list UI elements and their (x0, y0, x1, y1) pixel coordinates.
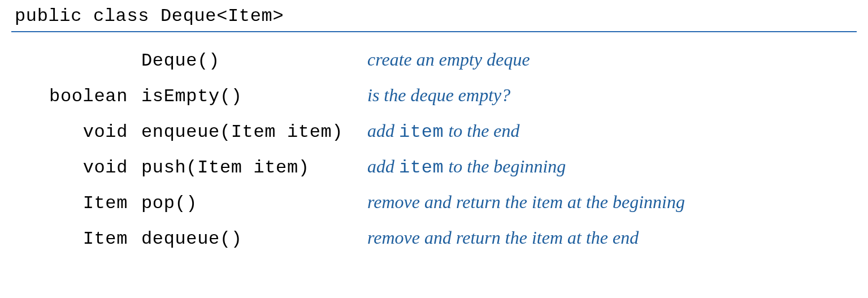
api-table-body: Deque()create an empty dequebooleanisEmp… (11, 42, 685, 256)
desc-code: item (399, 122, 444, 142)
api-row: Deque()create an empty deque (11, 42, 685, 78)
return-type (11, 42, 141, 78)
method-signature: Deque() (141, 42, 367, 78)
return-type: void (11, 114, 141, 149)
desc-text: add (367, 156, 399, 176)
desc-text: remove and return the item at the beginn… (367, 192, 685, 212)
return-type: boolean (11, 78, 141, 114)
method-description: remove and return the item at the end (367, 221, 685, 256)
api-row: Itemdequeue()remove and return the item … (11, 221, 685, 256)
api-row: voidenqueue(Item item)add item to the en… (11, 114, 685, 149)
api-table: Deque()create an empty dequebooleanisEmp… (11, 42, 685, 256)
api-row: voidpush(Item item)add item to the begin… (11, 149, 685, 185)
return-type: Item (11, 185, 141, 221)
method-signature: dequeue() (141, 221, 367, 256)
desc-text: add (367, 120, 399, 141)
method-signature: pop() (141, 185, 367, 221)
divider (11, 31, 857, 32)
return-type: Item (11, 221, 141, 256)
method-signature: push(Item item) (141, 149, 367, 185)
method-signature: enqueue(Item item) (141, 114, 367, 149)
class-declaration: public class Deque<Item> (11, 6, 857, 31)
method-description: remove and return the item at the beginn… (367, 185, 685, 221)
desc-text: to the beginning (444, 156, 566, 176)
desc-text: create an empty deque (367, 49, 530, 70)
desc-text: remove and return the item at the end (367, 227, 639, 248)
desc-text: is the deque empty? (367, 85, 510, 105)
method-description: is the deque empty? (367, 78, 685, 114)
return-type: void (11, 149, 141, 185)
api-row: booleanisEmpty()is the deque empty? (11, 78, 685, 114)
desc-text: to the end (444, 120, 519, 141)
method-description: add item to the beginning (367, 149, 685, 185)
desc-code: item (399, 157, 444, 178)
method-description: create an empty deque (367, 42, 685, 78)
api-row: Itempop()remove and return the item at t… (11, 185, 685, 221)
method-description: add item to the end (367, 114, 685, 149)
method-signature: isEmpty() (141, 78, 367, 114)
